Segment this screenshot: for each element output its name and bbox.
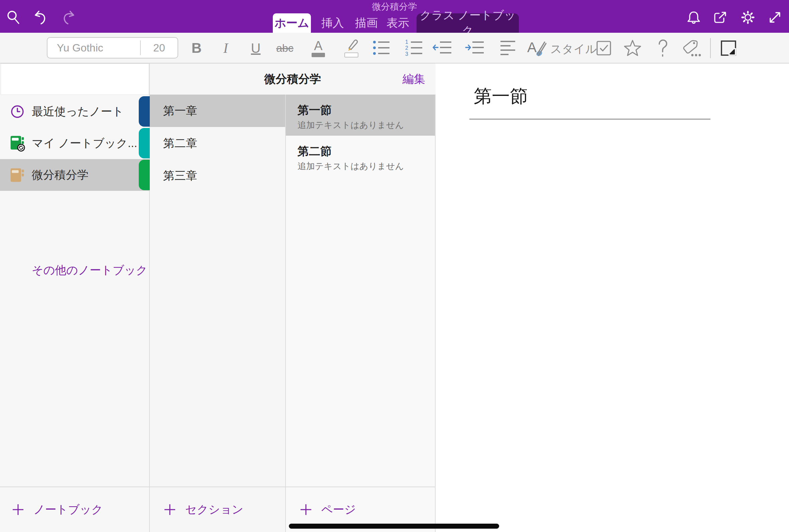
window-title: 微分積分学 [0,1,789,13]
underline-button[interactable]: U [245,37,266,59]
todo-tag-icon [595,39,613,57]
outdent-icon [433,39,453,57]
tab-draw[interactable]: 描画 [353,13,380,33]
svg-text:1: 1 [405,39,408,45]
star-tag-button[interactable] [622,37,643,59]
tab-class-notebook[interactable]: クラス ノートブック [417,13,519,33]
section-item-2[interactable]: 第二章 [150,127,285,159]
plus-icon [299,503,313,516]
alignment-button[interactable] [497,37,519,59]
notebook-header-bar: 微分積分学 編集 [150,63,436,95]
notebook-sync-icon [10,135,25,152]
sidebar-item-recent-notes[interactable]: 最近使ったノート [0,96,150,127]
page-view-icon [719,39,738,57]
tab-insert[interactable]: 挿入 [319,13,346,33]
bold-button[interactable]: B [186,37,207,59]
page-subtitle: 追加テキストはありません [298,160,404,172]
notifications-button[interactable] [687,10,701,25]
page-title-heading[interactable]: 第一節 [474,84,528,109]
onenote-app: 微分積分学 ホーム 挿入 描画 表示 クラス ノートブック [0,0,789,532]
share-icon [712,10,727,25]
numbered-list-icon: 123 [404,39,423,57]
todo-tag-button[interactable] [593,37,615,59]
notebook-color-tab [139,96,150,127]
tab-view[interactable]: 表示 [384,13,412,33]
numbered-list-button[interactable]: 123 [403,37,424,59]
app-header: 微分積分学 ホーム 挿入 描画 表示 クラス ノートブック [0,0,789,33]
bell-icon [687,10,701,25]
share-button[interactable] [712,10,727,25]
font-name-value: Yu Gothic [48,42,140,54]
notebooks-header-box [1,63,149,95]
page-subtitle: 追加テキストはありません [298,119,404,131]
font-color-icon: A [309,38,327,58]
sidebar-item-label: マイ ノートブック... [32,136,137,151]
settings-button[interactable] [740,10,755,25]
sidebar-item-label: 最近使ったノート [32,104,124,119]
add-section-label: セクション [185,502,243,517]
more-notebooks-link[interactable]: その他のノートブック [32,263,147,278]
highlight-button[interactable] [340,37,362,59]
notebooks-panel: 最近使ったノート マイ ノートブック... [0,63,150,532]
svg-text:2: 2 [405,45,408,51]
font-color-button[interactable]: A [307,37,329,59]
notebook-icon [10,166,25,184]
strikethrough-button[interactable]: abc [274,37,296,59]
sidebar-item-calculus[interactable]: 微分積分学 [0,159,150,191]
notebook-color-tab [139,160,150,190]
page-title: 第一節 [298,102,332,118]
indent-icon [465,39,485,57]
star-tag-icon [623,39,642,57]
bullet-list-button[interactable] [371,37,392,59]
home-indicator-handle[interactable] [289,524,499,529]
question-tag-icon [654,38,672,58]
bullet-list-icon [372,39,391,57]
svg-text:A: A [314,39,323,53]
expand-icon [768,10,782,25]
align-icon [499,39,517,57]
styles-label[interactable]: スタイル [550,41,597,57]
font-size-value: 20 [141,42,177,54]
styles-button[interactable]: A [527,37,548,59]
page-title-rule [469,119,710,120]
sections-panel: 第一章 第二章 第三章 セクション [150,95,286,532]
more-tags-icon [682,38,702,58]
outdent-button[interactable] [432,37,453,59]
plus-icon [11,503,25,516]
sidebar-item-label: 微分積分学 [32,167,89,183]
page-item-2[interactable]: 第二節 追加テキストはありません [286,136,435,177]
notebook-title: 微分積分学 [150,63,436,95]
add-page-label: ページ [321,502,356,517]
edit-button[interactable]: 編集 [402,63,425,95]
font-picker[interactable]: Yu Gothic 20 [47,37,178,58]
gear-icon [740,10,755,25]
page-title: 第二節 [298,144,332,159]
svg-text:3: 3 [405,51,408,57]
add-section-button[interactable]: セクション [150,487,285,532]
indent-button[interactable] [464,37,486,59]
pages-panel: 第一節 追加テキストはありません 第二節 追加テキストはありません ページ [286,95,436,532]
tab-home[interactable]: ホーム [273,13,311,33]
page-item-1[interactable]: 第一節 追加テキストはありません [286,95,435,136]
sidebar-item-my-notebook[interactable]: マイ ノートブック... [0,127,150,159]
styles-icon: A [527,38,547,58]
highlighter-icon [342,38,360,58]
svg-text:A: A [527,39,537,55]
add-notebook-label: ノートブック [34,502,103,517]
plus-icon [163,503,176,516]
toolbar-divider [710,38,711,58]
add-notebook-button[interactable]: ノートブック [0,487,149,532]
format-toolbar: Yu Gothic 20 B I U abc A [0,33,789,63]
section-item-3[interactable]: 第三章 [150,159,285,192]
clock-icon [10,103,25,120]
fullscreen-button[interactable] [768,10,782,25]
page-view-button[interactable] [718,37,739,59]
section-item-1[interactable]: 第一章 [150,95,285,127]
more-tags-button[interactable] [681,37,703,59]
italic-button[interactable]: I [215,37,237,59]
question-tag-button[interactable] [652,37,673,59]
notebook-color-tab [139,128,150,158]
page-canvas[interactable] [436,63,789,532]
